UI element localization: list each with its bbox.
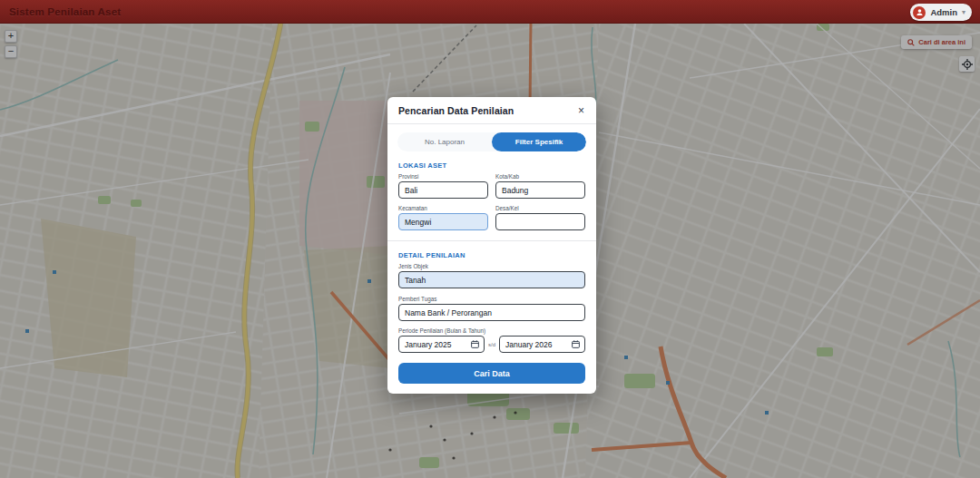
periode-field: Periode Penilaian (Bulan & Tahun) [398,327,585,336]
user-name-label: Admin [930,7,957,17]
desa-kel-input[interactable] [495,213,585,230]
person-icon [916,8,924,16]
section-lokasi-aset: LOKASI ASET [398,161,585,170]
periode-to-input[interactable]: January 2026 [499,336,585,353]
search-modal: Pencarian Data Penilaian × No. Laporan F… [387,97,596,394]
kecamatan-input[interactable] [398,213,488,230]
periode-to-value: January 2026 [505,340,553,349]
pemberi-tugas-field: Pemberi Tugas [398,296,585,321]
kecamatan-label: Kecamatan [398,205,488,211]
kota-kab-input[interactable] [495,181,585,199]
search-mode-tabs: No. Laporan Filter Spesifik [397,132,586,151]
jenis-objek-field: Jenis Objek [398,263,585,288]
jenis-objek-label: Jenis Objek [398,263,585,269]
close-icon[interactable]: × [577,105,585,116]
periode-inputs: January 2025 s/d January 2026 [398,336,585,353]
chevron-down-icon: ▾ [962,9,965,16]
lokasi-fields: Provinsi Kota/Kab Kecamatan Desa/Kel [398,173,585,230]
section-divider [387,240,596,241]
user-menu-button[interactable]: Admin ▾ [910,4,972,21]
modal-title: Pencarian Data Penilaian [398,105,514,116]
section-detail-penilaian: DETAIL PENILAIAN [398,251,585,259]
provinsi-label: Provinsi [398,173,488,180]
pemberi-tugas-label: Pemberi Tugas [398,296,585,302]
crosshair-icon [962,59,973,70]
periode-from-value: January 2025 [405,340,452,349]
map-zoom-control: + − [5,30,17,58]
calendar-icon [471,340,479,348]
locate-me-button[interactable] [959,56,975,72]
cari-data-button[interactable]: Cari Data [398,363,585,384]
pemberi-tugas-input[interactable] [398,304,585,321]
zoom-in-button[interactable]: + [5,30,17,43]
periode-separator: s/d [488,342,495,347]
desa-kel-label: Desa/Kel [495,205,585,211]
zoom-out-button[interactable]: − [5,45,17,58]
app-title: Sistem Penilaian Aset [9,6,121,17]
search-this-area-button[interactable]: Cari di area ini [901,35,972,49]
periode-label: Periode Penilaian (Bulan & Tahun) [398,327,585,334]
modal-header: Pencarian Data Penilaian × [387,97,596,124]
tab-no-laporan[interactable]: No. Laporan [397,132,492,151]
jenis-objek-input[interactable] [398,271,585,288]
provinsi-input[interactable] [398,181,488,199]
periode-from-input[interactable]: January 2025 [398,336,485,353]
search-icon [907,39,915,46]
calendar-icon [572,340,580,348]
app-header: Sistem Penilaian Aset Admin ▾ [0,0,980,24]
kota-kab-label: Kota/Kab [495,173,585,180]
search-area-label: Cari di area ini [918,38,965,46]
user-avatar [913,6,926,19]
tab-filter-spesifik[interactable]: Filter Spesifik [492,132,586,151]
